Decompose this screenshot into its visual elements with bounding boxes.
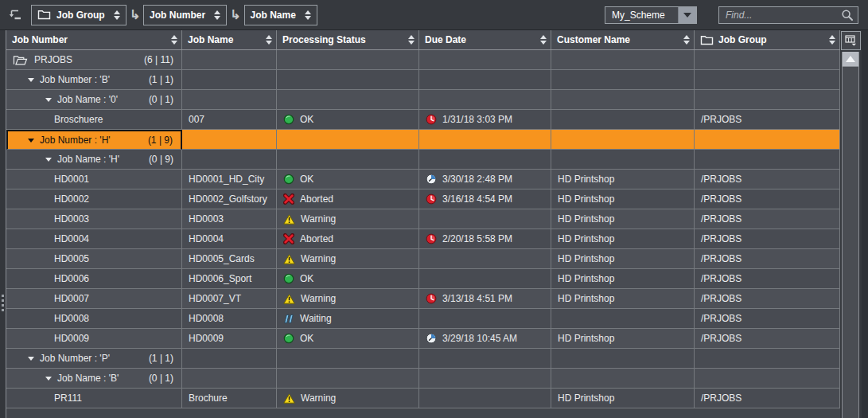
- job-row[interactable]: Broschuere007OK1/31/18 3:03 PM/PRJOBS: [6, 110, 840, 130]
- group-label: Job Name : 'H': [57, 154, 119, 165]
- job-group-cell: /PRJOBS: [695, 269, 840, 289]
- due-date-cell: 2/20/18 5:58 PM: [419, 229, 551, 249]
- job-row[interactable]: HD0008HD0008Waiting/PRJOBS: [6, 309, 840, 329]
- job-name: HD0002_Golfstory: [189, 193, 267, 205]
- expander-triangle-icon[interactable]: [45, 98, 52, 102]
- status-warning-icon: [283, 254, 295, 264]
- job-name-cell: HD0001_HD_City: [182, 170, 277, 189]
- sort-toggle[interactable]: [829, 35, 835, 45]
- sort-toggle[interactable]: [266, 35, 272, 45]
- job-row[interactable]: PR111BrochureWarningHD Printshop/PRJOBS: [6, 389, 840, 408]
- sort-toggle[interactable]: [540, 35, 547, 45]
- status-label: Aborted: [300, 233, 333, 244]
- job-name-cell: Brochure: [182, 389, 277, 408]
- due-date: 3/29/18 10:45 AM: [442, 333, 517, 344]
- job-row[interactable]: HD0004HD0004Aborted2/20/18 5:58 PMHD Pri…: [6, 229, 840, 249]
- chevron-down-icon: [683, 13, 691, 18]
- status-label: Warning: [301, 253, 336, 264]
- group-row[interactable]: Job Name : '0'(0 | 1): [6, 90, 840, 110]
- job-name-cell: HD0006_Sport: [182, 269, 277, 289]
- job-group-cell: /PRJOBS: [695, 170, 840, 189]
- job-group-cell: [695, 90, 840, 110]
- column-header-processing-status[interactable]: Processing Status: [277, 30, 419, 49]
- job-row[interactable]: HD0006HD0006_SportOKHD Printshop/PRJOBS: [6, 269, 840, 289]
- processing-status-cell: OK: [277, 110, 419, 130]
- overdue-clock-icon: [426, 193, 437, 205]
- customer-name-cell: HD Printshop: [551, 189, 695, 209]
- group-cell: Job Name : '0'(0 | 1): [6, 90, 182, 110]
- group-chip-job-number[interactable]: Job Number: [143, 5, 227, 25]
- sort-toggle[interactable]: [305, 10, 311, 20]
- group-label: Job Name : 'B': [57, 373, 119, 384]
- expander-triangle-icon[interactable]: [28, 78, 34, 82]
- column-header-job-name[interactable]: Job Name: [182, 30, 277, 49]
- job-row[interactable]: HD0002HD0002_GolfstoryAborted3/16/18 4:5…: [6, 189, 840, 209]
- column-header-due-date[interactable]: Due Date: [419, 30, 551, 49]
- job-group-path: /PRJOBS: [701, 273, 741, 284]
- scheme-select[interactable]: My_Scheme: [605, 6, 697, 24]
- status-ok-icon: [283, 273, 294, 284]
- sort-toggle[interactable]: [171, 35, 177, 45]
- status-warning-icon: [283, 214, 295, 225]
- scroll-up-button[interactable]: [843, 52, 858, 67]
- job-row[interactable]: HD0003HD0003WarningHD Printshop/PRJOBS: [6, 209, 840, 229]
- processing-status-cell: Warning: [277, 249, 419, 269]
- column-config-button[interactable]: [841, 31, 861, 50]
- group-row[interactable]: Job Name : 'H'(0 | 9): [6, 150, 840, 170]
- job-number-cell: HD0008: [6, 309, 182, 329]
- job-group-path: /PRJOBS: [701, 313, 741, 324]
- job-row[interactable]: HD0009HD0009OK3/29/18 10:45 AMHD Printsh…: [6, 329, 840, 349]
- table-header-row: Job Number Job Name Processing Status Du…: [6, 30, 840, 50]
- customer-name-cell: HD Printshop: [551, 209, 695, 229]
- group-row[interactable]: PRJOBS(6 | 11): [6, 50, 840, 70]
- job-row[interactable]: HD0007HD0007_VTWarning3/13/18 4:51 PMHD …: [6, 289, 840, 309]
- job-row[interactable]: HD0001HD0001_HD_CityOK3/30/18 2:48 PMHD …: [6, 170, 840, 189]
- job-number-cell: PR111: [6, 389, 182, 408]
- sort-toggle[interactable]: [114, 10, 120, 20]
- job-name-cell: [182, 130, 277, 150]
- group-row[interactable]: Job Number : 'H'(1 | 9): [6, 130, 840, 150]
- status-aborted-icon: [283, 193, 294, 205]
- due-date-cell: [419, 309, 551, 329]
- collapse-tree-icon: [8, 9, 23, 21]
- group-chip-job-name[interactable]: Job Name: [244, 5, 317, 25]
- expander-triangle-icon[interactable]: [28, 139, 34, 143]
- job-row[interactable]: HD0005HD0005_CardsWarningHD Printshop/PR…: [6, 249, 840, 269]
- vertical-scrollbar[interactable]: [842, 52, 859, 418]
- tree-structure-button[interactable]: [8, 9, 23, 21]
- due-date: 3/16/18 4:54 PM: [442, 193, 512, 205]
- job-group-path: /PRJOBS: [701, 393, 741, 404]
- processing-status-cell: Warning: [277, 209, 419, 229]
- group-row[interactable]: Job Number : 'B'(1 | 1): [6, 70, 840, 90]
- sort-toggle[interactable]: [683, 35, 690, 45]
- customer-name: HD Printshop: [558, 253, 614, 264]
- group-chip-label: Job Name: [251, 10, 296, 21]
- column-header-job-group[interactable]: Job Group: [695, 30, 840, 49]
- status-label: Warning: [301, 393, 336, 404]
- due-date-cell: [419, 150, 551, 170]
- job-group-cell: /PRJOBS: [695, 249, 840, 269]
- customer-name: HD Printshop: [558, 293, 614, 304]
- find-input[interactable]: [719, 10, 841, 21]
- group-row[interactable]: Job Number : 'P'(1 | 1): [6, 349, 840, 369]
- expander-triangle-icon[interactable]: [45, 377, 52, 381]
- group-connector-icon: ↳: [230, 9, 240, 21]
- expander-triangle-icon[interactable]: [45, 158, 52, 162]
- sort-toggle[interactable]: [408, 35, 415, 45]
- group-cell: Job Name : 'B'(0 | 1): [6, 369, 182, 389]
- pane-splitter[interactable]: [0, 30, 6, 418]
- sort-toggle[interactable]: [214, 10, 220, 20]
- expander-triangle-icon[interactable]: [28, 357, 34, 361]
- customer-name-cell: HD Printshop: [551, 170, 695, 189]
- column-header-job-number[interactable]: Job Number: [6, 30, 182, 49]
- customer-name-cell: [551, 309, 695, 329]
- overdue-clock-icon: [426, 293, 437, 304]
- group-cell: Job Number : 'H'(1 | 9): [6, 130, 182, 150]
- scheme-dropdown-button[interactable]: [678, 7, 696, 23]
- due-clock-icon: [426, 333, 437, 344]
- column-header-customer-name[interactable]: Customer Name: [551, 30, 695, 49]
- group-chip-job-group[interactable]: Job Group: [31, 5, 127, 25]
- scheme-select-value: My_Scheme: [605, 10, 678, 21]
- group-row[interactable]: Job Name : 'B'(0 | 1): [6, 369, 840, 389]
- job-number-cell: HD0006: [6, 269, 182, 289]
